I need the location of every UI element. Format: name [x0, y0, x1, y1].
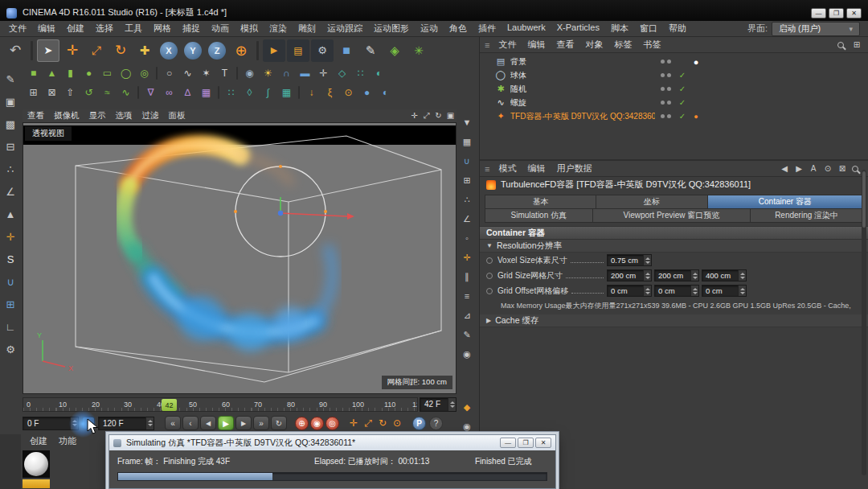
goto-end-button[interactable]: »: [253, 416, 269, 430]
timeline-ruler[interactable]: 0102030405060708090100110120 42: [23, 397, 418, 412]
scrollbar-thumb[interactable]: [862, 171, 866, 228]
torus-icon[interactable]: ◎: [136, 65, 153, 81]
scale-tool-icon[interactable]: ⤢: [85, 39, 108, 62]
cylinder-icon[interactable]: ▮: [62, 65, 79, 81]
mograph-icon[interactable]: ✳: [407, 39, 430, 62]
dynamic-guide-icon[interactable]: ≡: [460, 289, 474, 303]
camera-nav-icon[interactable]: ◉: [460, 347, 474, 361]
optimize-icon[interactable]: ⊠: [43, 84, 60, 101]
sweep-icon[interactable]: ∿: [117, 84, 134, 101]
snap-icon[interactable]: ∪: [460, 154, 474, 168]
viewport-name-label[interactable]: 透视视图: [25, 126, 72, 141]
keyframe-dot-icon[interactable]: [486, 288, 493, 294]
keyframe-dot-icon[interactable]: [486, 257, 493, 264]
close-button[interactable]: ✕: [846, 8, 862, 18]
viewport-menu-item[interactable]: 摄像机: [49, 110, 84, 121]
next-frame-button[interactable]: ▶: [235, 416, 252, 430]
attribute-tab[interactable]: 基本: [485, 195, 596, 208]
object-manager-menu-item[interactable]: 对象: [579, 39, 608, 51]
record-options-button[interactable]: ◎: [326, 417, 339, 430]
cone-icon[interactable]: ▲: [43, 65, 60, 81]
guide-icon[interactable]: ∥: [460, 269, 474, 284]
interface-select[interactable]: 启动 (用户) ▾: [772, 22, 860, 36]
menu-item[interactable]: 窗口: [634, 23, 663, 35]
visibility-dots[interactable]: [655, 60, 676, 64]
attribute-tab[interactable]: Simulation 仿真: [485, 209, 592, 222]
edge-snap-icon[interactable]: ∠: [460, 212, 474, 226]
minimize-button[interactable]: —: [811, 8, 826, 18]
pin-icon[interactable]: ⊙: [821, 164, 834, 173]
make-editable-icon[interactable]: ✎: [2, 71, 18, 87]
star-spline-icon[interactable]: ✶: [198, 65, 215, 81]
circle-spline-icon[interactable]: ○: [161, 65, 178, 81]
pla-record-button[interactable]: P: [412, 417, 426, 430]
tracer-icon[interactable]: ∫: [260, 84, 276, 101]
object-row[interactable]: ◯ 球体 ✓: [480, 68, 868, 82]
voxel-size-input[interactable]: 0.75 cm: [607, 254, 652, 266]
enable-axis-icon[interactable]: ✛: [2, 228, 18, 244]
cloner-icon[interactable]: ∷: [223, 84, 240, 101]
layout-icon[interactable]: ⊞: [850, 40, 863, 49]
loft-icon[interactable]: ≈: [99, 84, 116, 101]
menu-item[interactable]: 运动跟踪: [321, 23, 368, 35]
measure-icon[interactable]: ⊿: [460, 308, 474, 323]
menu-item[interactable]: X-Particles: [551, 23, 605, 35]
value-stepper[interactable]: [643, 255, 651, 265]
visibility-dots[interactable]: [655, 114, 676, 118]
points-mode-icon[interactable]: ∴: [2, 161, 18, 177]
extrude-icon[interactable]: ⇧: [62, 84, 79, 101]
value-stepper[interactable]: [738, 286, 746, 296]
render-picture-viewer-icon[interactable]: ▤: [287, 39, 309, 62]
material-menu-item[interactable]: 创建: [24, 435, 53, 447]
polygons-mode-icon[interactable]: ▲: [2, 206, 18, 222]
lathe-icon[interactable]: ↺: [80, 84, 97, 101]
bend-deformer-icon[interactable]: ∇: [142, 84, 159, 101]
camera-icon[interactable]: ◉: [241, 65, 258, 81]
menu-item[interactable]: 角色: [444, 23, 473, 35]
collider-body-icon[interactable]: ◐: [377, 84, 394, 101]
object-label[interactable]: 随机: [510, 84, 655, 95]
disc-icon[interactable]: ●: [80, 65, 97, 81]
keyframe-camera-icon[interactable]: ◉: [460, 419, 474, 434]
grid-snap-icon[interactable]: ⊞: [460, 173, 474, 187]
pan-view-icon[interactable]: ✛: [408, 111, 420, 121]
quantize-icon[interactable]: ∟: [2, 318, 18, 335]
instance-icon[interactable]: ◇: [334, 65, 350, 81]
taper-deformer-icon[interactable]: ∆: [179, 84, 196, 101]
fracture-icon[interactable]: ◊: [241, 84, 258, 101]
grid-offset-z-input[interactable]: 0 cm: [702, 285, 747, 297]
enabled-check-icon[interactable]: ✓: [676, 112, 689, 121]
value-stepper[interactable]: [643, 270, 651, 281]
y-axis-lock-button[interactable]: Y: [184, 42, 202, 60]
object-row[interactable]: ✦ TFD容器-中英版 D9TV汉化 QQ:342836011 ✓ ●: [480, 109, 868, 123]
frame-stepper[interactable]: [448, 398, 456, 411]
z-axis-lock-button[interactable]: Z: [208, 42, 226, 60]
annotate-icon[interactable]: ✎: [460, 327, 474, 342]
record-keyframe-button[interactable]: ⊕: [295, 417, 309, 430]
menu-item[interactable]: 插件: [473, 23, 502, 35]
axis-snap-icon[interactable]: ✛: [460, 250, 474, 265]
array-icon[interactable]: ∷: [352, 65, 369, 81]
search-icon[interactable]: [837, 42, 844, 48]
key-parameter-icon[interactable]: ⊙: [391, 417, 403, 429]
text-spline-icon[interactable]: T: [216, 65, 233, 81]
menu-item[interactable]: 运动图形: [368, 23, 415, 35]
attribute-manager-menu-item[interactable]: 用户数据: [551, 162, 597, 175]
menu-item[interactable]: 运动: [415, 23, 444, 35]
display-icon[interactable]: ▦: [460, 134, 474, 149]
menu-item[interactable]: 网格: [148, 23, 177, 35]
menu-item[interactable]: 渲染: [264, 23, 293, 35]
menu-item[interactable]: 雕刻: [293, 23, 321, 35]
menu-item[interactable]: 脚本: [605, 23, 634, 35]
panel-scrollbar[interactable]: [862, 170, 866, 475]
sphere-icon[interactable]: ◯: [117, 65, 134, 81]
grid-offset-y-input[interactable]: 0 cm: [654, 285, 699, 297]
gravity-icon[interactable]: ↓: [303, 84, 320, 101]
menu-item[interactable]: 文件: [3, 23, 32, 35]
enabled-check-icon[interactable]: ✓: [676, 84, 689, 93]
zoom-view-icon[interactable]: ⤢: [420, 111, 432, 121]
object-row[interactable]: ∿ 螺旋 ✓: [480, 96, 868, 109]
goto-start-button[interactable]: «: [165, 416, 181, 430]
key-rotation-icon[interactable]: ↻: [376, 417, 389, 429]
key-position-icon[interactable]: ✛: [347, 417, 360, 429]
